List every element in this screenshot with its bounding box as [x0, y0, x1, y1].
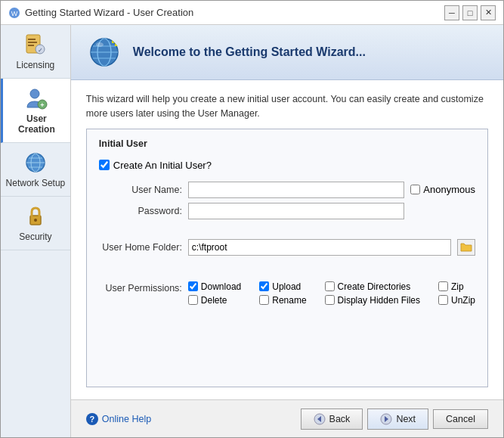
title-bar: W Getting Started Wizard - User Creation…: [1, 1, 503, 25]
perm-delete: Delete: [188, 295, 241, 306]
footer: ? Online Help Back: [71, 399, 503, 437]
unzip-checkbox[interactable]: [438, 295, 448, 305]
maximize-button[interactable]: □: [462, 5, 478, 20]
username-input[interactable]: [188, 182, 404, 198]
delete-checkbox[interactable]: [188, 295, 198, 305]
minimize-button[interactable]: ─: [444, 5, 459, 20]
initial-user-title: Initial User: [99, 138, 475, 149]
security-label: Security: [19, 231, 51, 242]
sidebar-item-licensing[interactable]: ✓ Licensing: [1, 25, 70, 79]
network-icon: [23, 151, 48, 175]
user-creation-label: User Creation: [8, 113, 66, 135]
window-title: Getting Started Wizard - User Creation: [25, 7, 193, 18]
spacer2: [99, 263, 475, 268]
anonymous-row: Anonymous: [410, 184, 475, 195]
username-label: User Name:: [99, 185, 182, 195]
perm-zip: Zip: [438, 281, 475, 292]
rename-label: Rename: [272, 295, 306, 306]
wizard-window: W Getting Started Wizard - User Creation…: [0, 0, 504, 438]
delete-label: Delete: [201, 295, 227, 306]
svg-text:✓: ✓: [37, 47, 42, 54]
rename-checkbox[interactable]: [259, 295, 269, 305]
next-icon: [380, 413, 392, 425]
browse-folder-button[interactable]: [457, 239, 475, 256]
perm-rename: Rename: [259, 295, 306, 306]
sidebar: ✓ Licensing + User Creation: [1, 25, 71, 437]
licensing-label: Licensing: [17, 60, 55, 70]
svg-rect-4: [28, 42, 37, 43]
upload-label: Upload: [272, 281, 301, 292]
footer-buttons: Back Next Cancel: [301, 408, 488, 430]
user-icon: +: [24, 86, 48, 110]
svg-rect-3: [28, 39, 36, 40]
perm-hidden: Display Hidden Files: [325, 295, 420, 306]
back-icon: [314, 413, 326, 425]
main-header: Welcome to the Getting Started Wizard...: [71, 25, 503, 80]
svg-point-23: [96, 42, 104, 47]
anonymous-checkbox[interactable]: [410, 185, 420, 194]
permissions-grid: Download Upload Create Directories: [188, 281, 475, 306]
svg-point-17: [34, 219, 37, 222]
next-label: Next: [396, 414, 416, 424]
zip-label: Zip: [451, 281, 464, 292]
sidebar-item-security[interactable]: Security: [1, 197, 70, 250]
svg-text:+: +: [41, 101, 45, 109]
permissions-section: User Permissions: Download Upload: [99, 281, 475, 306]
credentials-form: User Name: Anonymous Password:: [99, 182, 475, 219]
sidebar-item-user-creation[interactable]: + User Creation: [1, 79, 70, 143]
upload-checkbox[interactable]: [259, 281, 269, 291]
lock-icon: [23, 204, 48, 228]
folder-icon: [460, 242, 472, 253]
create-directories-checkbox[interactable]: [325, 281, 335, 291]
anonymous-label: Anonymous: [423, 184, 475, 195]
main-title: Welcome to the Getting Started Wizard...: [133, 45, 366, 59]
initial-user-box: Initial User Create An Initial User? Use…: [86, 129, 488, 388]
create-user-checkbox[interactable]: [99, 160, 110, 170]
home-folder-section: User Home Folder:: [99, 239, 475, 256]
title-bar-left: W Getting Started Wizard - User Creation: [8, 7, 193, 19]
display-hidden-label: Display Hidden Files: [338, 295, 420, 306]
perm-download: Download: [188, 281, 241, 292]
next-button[interactable]: Next: [367, 408, 428, 430]
main-body: This wizard will help you create a new i…: [71, 80, 503, 399]
home-folder-label: User Home Folder:: [99, 242, 182, 253]
password-input[interactable]: [188, 203, 404, 219]
main-panel: Welcome to the Getting Started Wizard...…: [71, 25, 503, 437]
sidebar-item-network-setup[interactable]: Network Setup: [1, 143, 70, 197]
create-directories-label: Create Directories: [338, 281, 411, 292]
wizard-globe-icon: [86, 34, 122, 70]
svg-point-8: [30, 89, 39, 98]
back-label: Back: [329, 414, 351, 424]
perm-create-dirs: Create Directories: [325, 281, 420, 292]
content-area: ✓ Licensing + User Creation: [1, 25, 503, 437]
title-bar-controls: ─ □ ✕: [444, 5, 496, 20]
license-icon: ✓: [23, 33, 48, 57]
cancel-button[interactable]: Cancel: [433, 409, 488, 429]
display-hidden-checkbox[interactable]: [325, 295, 335, 305]
download-label: Download: [201, 281, 241, 292]
app-icon: W: [8, 7, 20, 19]
perm-unzip: UnZip: [438, 295, 475, 306]
home-folder-input[interactable]: [188, 239, 451, 256]
description-text: This wizard will help you create a new i…: [86, 92, 488, 121]
back-button[interactable]: Back: [301, 408, 363, 430]
close-button[interactable]: ✕: [481, 5, 496, 20]
help-icon: ?: [86, 413, 98, 425]
svg-text:W: W: [11, 10, 18, 17]
create-user-label: Create An Initial User?: [113, 160, 212, 171]
zip-checkbox[interactable]: [438, 281, 448, 291]
spacer: [99, 227, 475, 231]
unzip-label: UnZip: [451, 295, 475, 306]
create-user-row: Create An Initial User?: [99, 160, 475, 171]
online-help-link[interactable]: ? Online Help: [86, 413, 151, 425]
svg-rect-5: [28, 45, 34, 46]
perm-upload: Upload: [259, 281, 306, 292]
download-checkbox[interactable]: [188, 281, 198, 291]
network-setup-label: Network Setup: [6, 178, 66, 188]
cancel-label: Cancel: [446, 414, 475, 424]
help-label: Online Help: [102, 414, 151, 424]
password-label: Password:: [99, 206, 182, 216]
permissions-label: User Permissions:: [99, 281, 182, 294]
